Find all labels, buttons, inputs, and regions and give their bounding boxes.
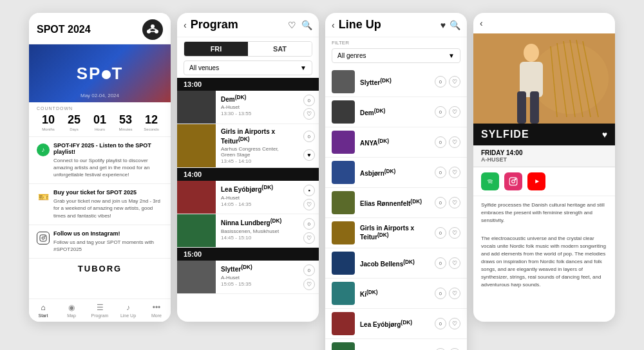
- artist-country-slytter: (DK): [380, 77, 392, 84]
- artist-name-girls: Girls in Airports x Teitur(DK): [360, 225, 430, 241]
- event-dem-info-btn[interactable]: ○: [303, 95, 315, 106]
- artist-name-ki: Ki(DK): [360, 289, 430, 298]
- genre-filter[interactable]: All genres ▼: [332, 48, 460, 63]
- lineup-search-icon[interactable]: 🔍: [450, 20, 460, 30]
- event-slytter-name: Slytter(DK): [221, 264, 294, 273]
- artist-actions-dem: ○ ♡: [435, 106, 460, 118]
- anya-info-btn[interactable]: ○: [435, 136, 446, 148]
- detail-heart-icon[interactable]: ♥: [602, 129, 607, 140]
- artist-name-dem: Dem(DK): [360, 107, 430, 116]
- months-num: 10: [42, 113, 55, 127]
- elias-heart-btn[interactable]: ♡: [449, 197, 460, 208]
- event-lea-heart-btn[interactable]: ♡: [303, 199, 315, 210]
- dem-info-btn[interactable]: ○: [435, 106, 446, 118]
- event-slytter-body: Slytter(DK) A-Huset 15:05 - 15:35: [216, 261, 299, 293]
- artist-row-lea[interactable]: Lea Eyóbjørg(DK) ○ ♡: [325, 309, 467, 339]
- venue-filter[interactable]: All venues ▼: [184, 60, 312, 75]
- event-slytter-heart-btn[interactable]: ♡: [303, 279, 315, 290]
- artist-actions-slytter: ○ ♡: [435, 76, 460, 88]
- asbjorn-heart-btn[interactable]: ♡: [449, 167, 460, 178]
- program-back-button[interactable]: ‹: [184, 20, 187, 30]
- time-header-1400: 14:00: [177, 168, 319, 181]
- artist-row-anya[interactable]: ANYA(DK) ○ ♡: [325, 127, 467, 158]
- artist-row-asbjorn[interactable]: Asbjørn(DK) ○ ♡: [325, 158, 467, 188]
- ticket-title: Buy your ticket for SPOT 2025: [53, 189, 163, 196]
- artist-country-girls: (DK): [377, 232, 389, 238]
- instagram-icon[interactable]: [37, 232, 50, 244]
- program-title: Program: [191, 18, 284, 32]
- filter-label: Filter: [325, 37, 467, 47]
- event-ninna-body: Ninna Lundberg(DK) Basisscenen, Musikhus…: [216, 214, 299, 247]
- event-ninna-heart-btn[interactable]: ♡: [303, 232, 315, 244]
- event-lea-info-btn[interactable]: ▪: [303, 185, 315, 196]
- detail-bio-2: The electroacoustic universe and the cry…: [473, 230, 615, 294]
- artist-row-slytter[interactable]: Slytter(DK) ○ ♡: [325, 67, 467, 97]
- ki-info-btn[interactable]: ○: [435, 288, 446, 299]
- program-search-icon[interactable]: 🔍: [301, 20, 312, 30]
- artist-row-girls[interactable]: Girls in Airports x Teitur(DK) ○ ♡: [325, 218, 467, 248]
- tab-sat[interactable]: SAT: [248, 42, 312, 56]
- event-slytter-info-btn[interactable]: ○: [303, 264, 315, 276]
- spotify-icon[interactable]: ♪: [37, 143, 50, 156]
- artist-row-dem[interactable]: Dem(DK) ○ ♡: [325, 97, 467, 127]
- event-ninna-info-btn[interactable]: ○: [303, 218, 315, 230]
- countdown-row: 10 Months 25 Days 01 Hours 53 Minutes 12…: [29, 112, 171, 137]
- nav-start[interactable]: ⌂ Start: [29, 303, 57, 318]
- nav-lineup[interactable]: ♪ Line Up: [114, 303, 142, 318]
- hero-sub: May 02-04, 2024: [80, 93, 119, 98]
- artist-row-elias[interactable]: Elias Rønnenfelt(DK) ○ ♡: [325, 188, 467, 218]
- girls-heart-btn[interactable]: ♡: [449, 227, 460, 239]
- artist-thumb-asbjorn: [332, 161, 355, 184]
- event-slytter-actions: ○ ♡: [299, 261, 319, 293]
- dem-heart-btn[interactable]: ♡: [449, 106, 460, 118]
- asbjorn-info-btn[interactable]: ○: [435, 167, 446, 178]
- artist-row-jacob[interactable]: Jacob Bellens(DK) ○ ♡: [325, 248, 467, 279]
- event-dem-heart-btn[interactable]: ♡: [303, 108, 315, 120]
- screen-lineup: ‹ Line Up ♥ 🔍 Filter All genres ▼ Slytte…: [325, 13, 467, 350]
- svg-rect-19: [517, 91, 526, 124]
- event-lea-body: Lea Eyóbjørg(DK) A-Huset 14:05 - 14:35: [216, 181, 299, 214]
- event-ninna-time: 14:45 - 15:10: [221, 235, 294, 241]
- detail-instagram-icon[interactable]: [504, 172, 522, 190]
- artist-actions-ki: ○ ♡: [435, 288, 460, 299]
- nav-more-label: More: [151, 313, 162, 318]
- lea-info-btn[interactable]: ○: [435, 318, 446, 329]
- ticket-icon[interactable]: 🎫: [37, 190, 50, 203]
- detail-venue: A-HUSET: [481, 156, 607, 163]
- lineup-heart-icon[interactable]: ♥: [440, 20, 446, 30]
- svg-point-24: [515, 179, 516, 180]
- program-header-icons: ♡ 🔍: [288, 20, 312, 30]
- tab-fri[interactable]: FRI: [184, 42, 248, 56]
- jacob-heart-btn[interactable]: ♡: [449, 257, 460, 269]
- slytter-heart-btn[interactable]: ♡: [449, 76, 460, 88]
- anya-heart-btn[interactable]: ♡: [449, 136, 460, 148]
- slytter-info-btn[interactable]: ○: [435, 76, 446, 88]
- event-girls-heart-btn[interactable]: ♥: [303, 149, 315, 161]
- countdown-months: 10 Months: [37, 113, 60, 131]
- artist-thumb-elias: [332, 191, 355, 214]
- nav-program[interactable]: ☰ Program: [86, 303, 114, 318]
- lea-heart-btn[interactable]: ♡: [449, 318, 460, 329]
- lineup-nav-icon: ♪: [126, 303, 130, 312]
- artist-row-ki[interactable]: Ki(DK) ○ ♡: [325, 279, 467, 309]
- detail-youtube-icon[interactable]: [527, 172, 545, 190]
- genre-filter-chevron: ▼: [448, 52, 455, 59]
- detail-spotify-icon[interactable]: [481, 172, 499, 190]
- event-slytter: Slytter(DK) A-Huset 15:05 - 15:35 ○ ♡: [177, 261, 319, 294]
- nav-more[interactable]: ••• More: [142, 303, 171, 318]
- lineup-back-button[interactable]: ‹: [332, 20, 335, 30]
- detail-back-button[interactable]: ‹: [480, 18, 483, 28]
- elias-info-btn[interactable]: ○: [435, 197, 446, 208]
- program-heart-icon[interactable]: ♡: [288, 20, 296, 30]
- time-header-1500: 15:00: [177, 248, 319, 261]
- event-girls-info-btn[interactable]: ○: [303, 131, 315, 142]
- event-slytter-img: [177, 261, 216, 293]
- lineup-header: ‹ Line Up ♥ 🔍: [325, 13, 467, 37]
- ki-heart-btn[interactable]: ♡: [449, 288, 460, 299]
- artist-row-ninna[interactable]: Ninna Lundberg(DK) ○ ♡: [325, 339, 467, 350]
- artist-thumb-lea: [332, 312, 355, 335]
- nav-map[interactable]: ◉ Map: [57, 303, 86, 318]
- girls-info-btn[interactable]: ○: [435, 227, 446, 239]
- jacob-info-btn[interactable]: ○: [435, 257, 446, 269]
- event-dem: Dem(DK) A-Huset 13:30 - 13:55 ○ ♡: [177, 91, 319, 124]
